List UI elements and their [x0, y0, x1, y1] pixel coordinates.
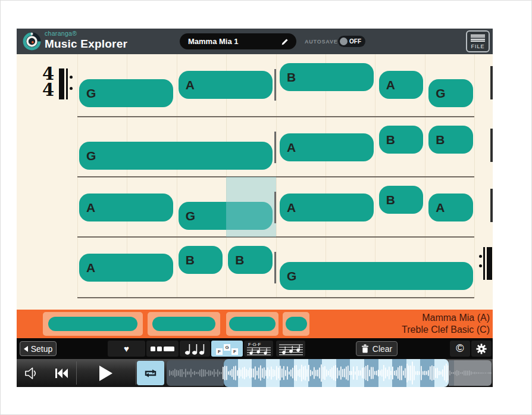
play-button[interactable] — [76, 359, 136, 387]
charanga-logo-icon — [23, 32, 41, 51]
file-menu-button[interactable]: FILE — [466, 30, 490, 52]
time-signature-bottom: 4 — [40, 82, 57, 98]
begin-repeat-dot — [70, 76, 73, 79]
section-cell[interactable] — [43, 312, 143, 336]
note-letter: G — [86, 149, 96, 163]
loop-icon — [143, 367, 158, 379]
end-repeat-dot — [479, 264, 482, 267]
time-signature: 4 4 — [40, 66, 57, 98]
note-letter: A — [186, 78, 195, 92]
quarter-notes-icon — [183, 342, 207, 356]
note-block-B[interactable]: B — [280, 63, 374, 91]
edit-pencil-icon[interactable] — [281, 38, 289, 46]
autosave-label: AUTOSAVE — [305, 39, 338, 45]
trash-icon — [361, 344, 369, 353]
note-block-B[interactable]: B — [179, 246, 223, 274]
section-cell[interactable] — [283, 312, 309, 336]
staff-notes-icon — [278, 341, 304, 357]
note-letter: G — [186, 209, 195, 223]
song-title-text: Mamma Mia 1 — [180, 37, 281, 46]
app-header: charanga® Music Explorer Mamma Mia 1 AUT… — [17, 29, 493, 54]
copyright-button[interactable]: © — [450, 341, 470, 357]
notes-view-button[interactable] — [180, 341, 210, 357]
section-cell[interactable] — [226, 312, 278, 336]
setup-button[interactable]: Setup — [20, 341, 57, 356]
note-block-B[interactable]: B — [228, 246, 272, 274]
blocks-icon — [151, 347, 174, 351]
note-block-G[interactable]: G — [280, 262, 473, 290]
song-info: Mamma Mia (A) Treble Clef Basic (C) — [402, 312, 490, 336]
note-block-A[interactable]: A — [379, 71, 423, 99]
row-end-barline — [490, 129, 493, 162]
letter-notes-icon: FGF — [216, 343, 238, 355]
favourite-button[interactable]: ♥ — [108, 341, 145, 357]
note-block-B[interactable]: B — [379, 126, 423, 154]
section-pill — [48, 317, 137, 331]
waveform-outro-region[interactable] — [449, 360, 492, 386]
note-block-A[interactable]: A — [280, 194, 374, 221]
waveform-selected-region[interactable] — [224, 359, 449, 387]
brand-text: charanga® Music Explorer — [45, 30, 127, 49]
note-block-B[interactable]: B — [379, 186, 423, 214]
note-letter: G — [436, 86, 445, 101]
end-repeat-thin-bar — [483, 247, 485, 280]
note-block-A[interactable]: A — [179, 71, 273, 99]
note-letter: A — [86, 201, 95, 215]
autosave-toggle[interactable]: OFF — [338, 36, 365, 47]
waveform-intro-region[interactable] — [167, 360, 224, 386]
row-end-barline — [490, 66, 493, 99]
note-block-G[interactable]: G — [79, 79, 173, 107]
rewind-button[interactable] — [46, 359, 76, 387]
toolbar: Setup ♥ FGF — [17, 338, 493, 359]
staff-view-button[interactable] — [276, 341, 305, 357]
note-letter: B — [186, 253, 195, 267]
note-letter: B — [386, 133, 395, 147]
note-letter: A — [86, 261, 95, 275]
staff-letters-icon: F·G·F — [246, 341, 272, 357]
letter-tile: F — [216, 348, 223, 355]
measure-barline — [274, 252, 276, 283]
settings-button[interactable] — [471, 341, 492, 357]
toggle-state-label: OFF — [349, 38, 361, 45]
divider — [136, 361, 136, 385]
note-letter: G — [287, 269, 296, 283]
clear-label: Clear — [373, 344, 392, 354]
svg-text:F·G·F: F·G·F — [248, 342, 261, 347]
section-cell[interactable] — [148, 312, 220, 336]
score-area[interactable]: 4 4 GABAGGABBAGABAABBG — [17, 54, 493, 310]
letters-view-button[interactable]: FGF — [211, 341, 243, 357]
speaker-icon — [24, 366, 39, 380]
volume-button[interactable] — [17, 359, 46, 387]
note-letter: B — [436, 133, 445, 147]
song-title-field[interactable]: Mamma Mia 1 — [180, 33, 296, 49]
note-block-A[interactable]: A — [428, 194, 472, 221]
part-name: Treble Clef Basic (C) — [402, 324, 490, 336]
song-name: Mamma Mia (A) — [402, 312, 490, 324]
setup-label: Setup — [31, 344, 53, 354]
selection-end-handle[interactable] — [449, 360, 454, 386]
play-icon — [99, 365, 113, 382]
section-pill — [286, 317, 307, 331]
note-block-A[interactable]: A — [280, 133, 374, 161]
row-end-barline — [490, 189, 493, 222]
playhead-beat-highlight — [226, 177, 276, 237]
note-block-G[interactable]: G — [79, 142, 273, 170]
transport-bar — [17, 359, 493, 387]
note-block-G[interactable]: G — [428, 79, 472, 107]
beat-gridline — [474, 54, 475, 298]
note-block-B[interactable]: B — [428, 126, 472, 154]
clear-button[interactable]: Clear — [356, 341, 398, 356]
note-block-A[interactable]: A — [79, 254, 173, 282]
end-repeat-dot — [479, 255, 482, 258]
loop-button[interactable] — [137, 361, 164, 385]
timeline-waveform[interactable] — [165, 359, 493, 387]
blocks-view-button[interactable] — [146, 341, 179, 357]
measure-barline — [274, 69, 276, 101]
gear-icon — [476, 344, 487, 354]
back-triangle-icon — [24, 346, 28, 352]
letter-tile: F — [231, 348, 238, 355]
staff-letters-view-button[interactable]: F·G·F — [244, 341, 273, 357]
note-block-A[interactable]: A — [79, 194, 173, 221]
heart-icon: ♥ — [124, 344, 129, 354]
note-letter: A — [287, 141, 296, 155]
